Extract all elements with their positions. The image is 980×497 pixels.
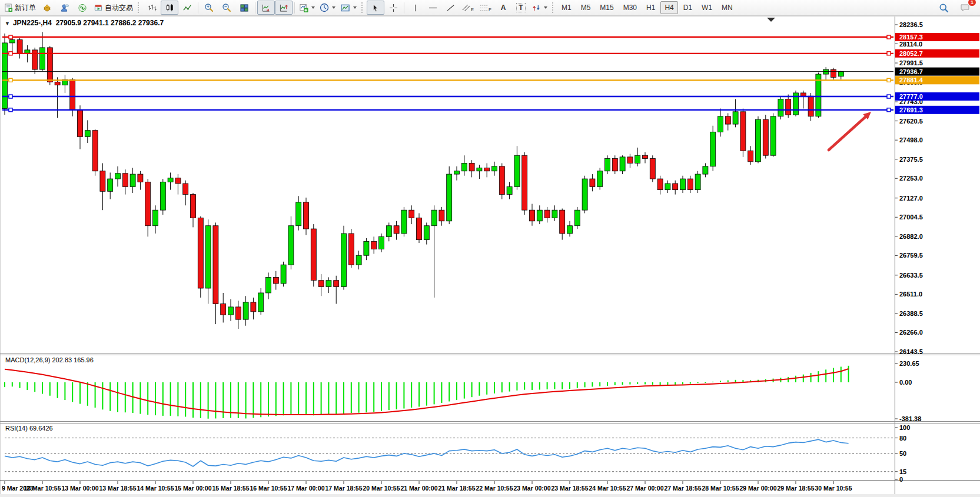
candle <box>153 210 158 226</box>
candle <box>235 307 241 319</box>
macd-histogram-bar <box>87 382 88 406</box>
fibonacci-tool[interactable]: F <box>477 1 494 15</box>
macd-histogram-bar <box>441 382 442 403</box>
price-tick-label: 27253.0 <box>899 175 923 182</box>
hline-handle[interactable] <box>887 78 891 82</box>
hline-handle[interactable] <box>9 95 12 98</box>
candle <box>499 166 504 195</box>
trendline-tool[interactable] <box>441 1 459 15</box>
macd-histogram-bar <box>637 382 638 384</box>
macd-histogram-bar <box>818 371 819 382</box>
hline-handle[interactable] <box>9 78 12 82</box>
macd-histogram-bar <box>720 381 721 382</box>
equidistant-channel-tool[interactable]: E <box>459 1 477 15</box>
rsi-tick-label: 50 <box>899 450 906 457</box>
macd-histogram-bar <box>381 382 382 411</box>
macd-histogram-bar <box>735 380 736 382</box>
timeframe-H4[interactable]: H4 <box>660 1 677 14</box>
price-tick-label: 26759.5 <box>899 252 923 259</box>
chart-canvas[interactable]: 28236.528114.027991.527869.027743.027620… <box>0 16 980 497</box>
horizontal-line-tool[interactable] <box>424 1 441 15</box>
candle <box>266 277 271 293</box>
candlestick-chart-button[interactable] <box>161 1 178 15</box>
price-tick-label: 27498.0 <box>899 136 923 144</box>
macd-histogram-bar <box>622 382 623 385</box>
macd-histogram-bar <box>396 382 397 409</box>
chart-shift-button[interactable] <box>275 1 293 15</box>
bar-chart-button[interactable] <box>143 1 161 15</box>
timeframe-M30[interactable]: M30 <box>619 1 641 14</box>
hline-handle[interactable] <box>9 108 12 112</box>
crosshair-button[interactable] <box>384 1 402 15</box>
toolbar: 新订单 自动交易 <box>0 0 980 16</box>
time-label: 22 Mar 10:55 <box>476 485 513 492</box>
arrows-tool[interactable] <box>530 1 550 15</box>
templates-button[interactable] <box>338 1 359 15</box>
timeframe-M5[interactable]: M5 <box>577 1 595 14</box>
macd-histogram-bar <box>275 382 277 416</box>
macd-histogram-bar <box>592 382 593 386</box>
new-order-button[interactable]: 新订单 <box>2 1 38 15</box>
signals-button[interactable] <box>74 1 91 15</box>
tile-windows-button[interactable] <box>235 1 253 15</box>
timeframe-D1[interactable]: D1 <box>679 1 696 14</box>
macd-histogram-bar <box>456 382 457 400</box>
candle <box>778 99 783 116</box>
indicators-button[interactable] <box>297 1 317 15</box>
time-label: 17 Mar 18:55 <box>325 485 362 492</box>
candle <box>650 159 655 179</box>
price-tick-label: 26633.5 <box>899 272 923 279</box>
hline-handle[interactable] <box>9 52 12 55</box>
trend-arrow[interactable] <box>829 117 865 150</box>
timeframe-M15[interactable]: M15 <box>596 1 617 14</box>
time-label: 30 Mar 10:55 <box>815 485 852 492</box>
hline-handle[interactable] <box>887 35 891 39</box>
candle <box>371 241 377 249</box>
text-tool-icon: A <box>501 4 506 12</box>
auto-scroll-button[interactable] <box>257 1 275 15</box>
search-icon <box>939 3 949 13</box>
zoom-out-button[interactable] <box>218 1 235 15</box>
chart-shift-marker[interactable] <box>767 18 775 22</box>
timeframe-M1[interactable]: M1 <box>557 1 576 14</box>
profile-icon <box>60 4 69 12</box>
profile-button[interactable] <box>56 1 74 15</box>
rsi-tick-label: 100 <box>899 424 910 431</box>
price-tick-label: 28114.0 <box>899 41 922 48</box>
hline-handle[interactable] <box>887 52 891 55</box>
candle <box>191 195 196 218</box>
zoom-in-button[interactable] <box>200 1 218 15</box>
candle <box>484 168 490 171</box>
vertical-line-tool[interactable] <box>406 1 424 15</box>
macd-histogram-bar <box>26 382 28 390</box>
text-label-tool[interactable]: T <box>512 1 530 15</box>
macd-histogram-bar <box>366 382 367 412</box>
macd-histogram-bar <box>208 382 209 419</box>
market-watch-button[interactable] <box>38 1 56 15</box>
candle <box>597 171 603 187</box>
chat-button[interactable]: 1 <box>956 1 974 15</box>
collapse-ohlc-icon[interactable]: ▼ <box>5 21 10 26</box>
templates-icon <box>340 4 350 12</box>
search-button[interactable] <box>935 1 952 15</box>
macd-indicator-label: MACD(12,26,9) 202.83 165.96 <box>5 356 94 363</box>
timeframe-MN[interactable]: MN <box>717 1 737 14</box>
text-tool[interactable]: A <box>494 1 512 15</box>
hline-handle[interactable] <box>9 35 12 39</box>
candle <box>401 210 407 234</box>
candle <box>522 155 527 210</box>
candle <box>740 112 746 151</box>
text-label-icon: T <box>516 3 525 12</box>
periods-button[interactable] <box>317 1 338 15</box>
line-chart-button[interactable] <box>178 1 196 15</box>
macd-histogram-bar <box>321 382 322 415</box>
hline-handle[interactable] <box>887 95 891 98</box>
autotrading-button[interactable]: 自动交易 <box>91 1 135 15</box>
timeframe-W1[interactable]: W1 <box>697 1 716 14</box>
chart-shift-icon <box>279 4 288 12</box>
timeframe-H1[interactable]: H1 <box>642 1 659 14</box>
hline-handle[interactable] <box>887 108 891 112</box>
cursor-button[interactable] <box>367 1 384 15</box>
candle <box>831 69 836 77</box>
candle <box>251 302 256 312</box>
